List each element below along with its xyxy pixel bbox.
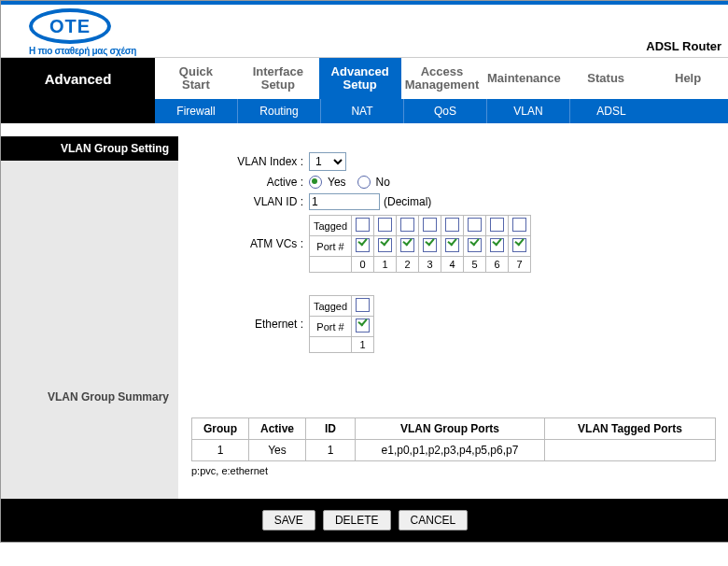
eth-tagged-1[interactable]	[356, 298, 370, 312]
tab-maintenance[interactable]: Maintenance	[483, 58, 565, 99]
atm-portnum-3: 3	[419, 257, 441, 273]
atm-portnum-7: 7	[509, 257, 531, 273]
eth-tagged-label: Tagged	[310, 296, 352, 317]
eth-label: Ethernet :	[191, 318, 309, 331]
delete-button[interactable]: DELETE	[323, 510, 391, 531]
vlan-id-input[interactable]	[309, 193, 380, 210]
atm-tagged-6[interactable]	[490, 218, 504, 232]
active-no-label: No	[376, 176, 390, 189]
vlan-id-hint: (Decimal)	[384, 195, 431, 208]
atm-portnum-4: 4	[441, 257, 464, 273]
atm-port-6[interactable]	[490, 238, 504, 252]
section-group-summary: VLAN Group Summary	[1, 385, 178, 409]
subtab-vlan[interactable]: VLAN	[487, 99, 570, 123]
col-ports: VLAN Group Ports	[356, 418, 545, 440]
active-yes-label: Yes	[328, 176, 346, 189]
atm-port-1[interactable]	[378, 238, 392, 252]
atm-tagged-4[interactable]	[445, 218, 459, 232]
subtab-firewall[interactable]: Firewall	[155, 99, 238, 123]
summary-note: p:pvc, e:ethernet	[191, 465, 716, 476]
vlan-index-select[interactable]: 1	[309, 152, 346, 171]
col-active: Active	[249, 418, 306, 440]
atm-tagged-0[interactable]	[356, 218, 370, 232]
col-tagged: VLAN Tagged Ports	[545, 418, 716, 440]
active-no-radio[interactable]	[357, 176, 371, 189]
section-group-setting: VLAN Group Setting	[1, 123, 178, 161]
main-tabs: QuickStartInterfaceSetupAdvancedSetupAcc…	[155, 58, 728, 99]
table-row: 1Yes1e1,p0,p1,p2,p3,p4,p5,p6,p7	[192, 440, 716, 461]
atm-tagged-2[interactable]	[400, 218, 414, 232]
tab-interface[interactable]: InterfaceSetup	[237, 58, 319, 99]
eth-portnum-1: 1	[352, 337, 374, 353]
tab-advanced[interactable]: AdvancedSetup	[319, 58, 401, 99]
atm-portnum-1: 1	[374, 257, 397, 273]
subtab-nat[interactable]: NAT	[321, 99, 404, 123]
summary-table: Group Active ID VLAN Group Ports VLAN Ta…	[191, 417, 716, 461]
atm-port-2[interactable]	[400, 238, 414, 252]
atm-portnum-0: 0	[352, 257, 374, 273]
col-id: ID	[306, 418, 356, 440]
atm-port-7[interactable]	[512, 238, 526, 252]
header: OTE H πιο σταθερή μας σχέση ADSL Router	[1, 5, 728, 58]
subtab-qos[interactable]: QoS	[404, 99, 487, 123]
atm-tagged-label: Tagged	[310, 216, 352, 236]
atm-port-label: Port #	[310, 236, 352, 257]
atm-portnum-6: 6	[486, 257, 509, 273]
atm-label: ATM VCs :	[191, 237, 309, 250]
tab-quick[interactable]: QuickStart	[155, 58, 237, 99]
save-button[interactable]: SAVE	[262, 510, 315, 531]
atm-tagged-3[interactable]	[423, 218, 437, 232]
active-yes-radio[interactable]	[309, 176, 322, 189]
cancel-button[interactable]: CANCEL	[399, 510, 469, 531]
atm-port-4[interactable]	[445, 238, 459, 252]
page-title: Advanced	[1, 58, 155, 99]
eth-port-1[interactable]	[356, 318, 370, 333]
logo: OTE H πιο σταθερή μας σχέση	[29, 8, 136, 56]
atm-tagged-1[interactable]	[378, 218, 392, 232]
subtab-routing[interactable]: Routing	[238, 99, 321, 123]
atm-port-3[interactable]	[423, 238, 437, 252]
atm-tagged-7[interactable]	[512, 218, 526, 232]
atm-port-0[interactable]	[356, 238, 370, 252]
tab-access[interactable]: AccessManagement	[401, 58, 483, 99]
atm-vcs-grid: TaggedPort # 01234567	[309, 215, 531, 273]
product-name: ADSL Router	[646, 39, 721, 53]
tab-help[interactable]: Help	[647, 58, 728, 99]
tab-status[interactable]: Status	[565, 58, 647, 99]
logo-tagline: H πιο σταθερή μας σχέση	[29, 46, 136, 56]
atm-port-5[interactable]	[468, 238, 482, 252]
eth-port-label: Port #	[310, 317, 352, 337]
atm-tagged-5[interactable]	[468, 218, 482, 232]
atm-portnum-5: 5	[464, 257, 486, 273]
col-group: Group	[192, 418, 249, 440]
vlan-index-label: VLAN Index :	[191, 155, 309, 168]
footer: SAVE DELETE CANCEL	[1, 499, 728, 542]
atm-portnum-2: 2	[397, 257, 419, 273]
active-label: Active :	[191, 176, 309, 189]
subtab-adsl[interactable]: ADSL	[570, 99, 652, 123]
ethernet-grid: TaggedPort # 1	[309, 295, 374, 353]
logo-text: OTE	[29, 8, 111, 44]
sub-tabs: FirewallRoutingNATQoSVLANADSL	[155, 99, 728, 123]
vlan-id-label: VLAN ID :	[191, 195, 309, 208]
